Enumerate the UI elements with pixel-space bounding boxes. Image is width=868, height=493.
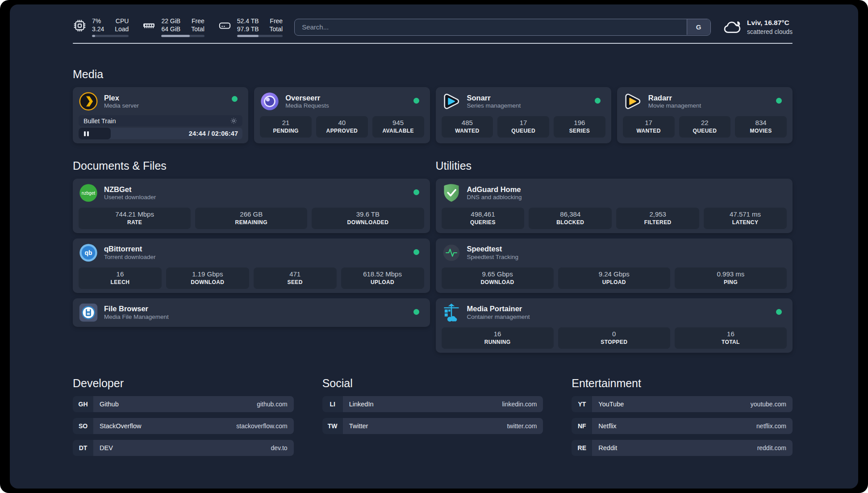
stat-value: 744.21 Mbps	[79, 210, 190, 219]
status-dot-online	[413, 189, 419, 195]
app-card-plex[interactable]: Plex Media server Bullet Train 24:44 / 0…	[73, 87, 248, 143]
link-name: StackOverflow	[100, 422, 141, 430]
link-abbr: NF	[572, 418, 592, 434]
stat-value: 40	[317, 119, 367, 127]
stat-box: 47.571 ms LATENCY	[704, 208, 787, 229]
stat-label: DOWNLOADED	[313, 219, 423, 226]
stat-value: 266 GB	[196, 210, 306, 219]
stat-box: 485 WANTED	[442, 116, 493, 138]
link-url: stackoverflow.com	[236, 422, 287, 430]
status-dot-online	[776, 309, 782, 315]
stat-box: 0.993 ms PING	[675, 267, 787, 289]
topbar-divider	[73, 43, 793, 44]
link-abbr: SO	[73, 418, 93, 434]
stat-value: 2,953	[617, 210, 698, 219]
stat-value: 498,461	[442, 210, 524, 219]
stat-value: 196	[555, 119, 605, 127]
stat-label: QUERIES	[442, 219, 524, 226]
section-title-utilities: Utilities	[436, 159, 793, 172]
app-card-adguard[interactable]: AdGuard Home DNS and adblocking 498,461 …	[436, 179, 793, 233]
stat-box: 196 SERIES	[554, 116, 605, 138]
stat-label: TOTAL	[676, 339, 786, 346]
app-name: Sonarr	[467, 93, 521, 103]
link-abbr: RE	[572, 440, 592, 456]
storage-free-value: 52.4 TB	[237, 17, 259, 25]
app-card-overseerr[interactable]: Overseerr Media Requests 21 PENDING 40 A…	[254, 87, 430, 143]
plex-player-progressbar[interactable]: 24:44 / 02:06:47	[79, 128, 242, 139]
stat-label: PENDING	[261, 128, 311, 134]
memory-free-value: 22 GiB	[161, 17, 180, 25]
gear-icon[interactable]	[230, 117, 238, 125]
app-subtitle: Container management	[467, 313, 530, 321]
adguard-logo-icon	[442, 183, 461, 203]
app-name: Plex	[104, 93, 139, 103]
storage-progress-fill	[237, 35, 259, 37]
app-card-nzbget[interactable]: nzbget NZBGet Usenet downloader 744.21 M…	[73, 179, 430, 233]
stat-value: 9.24 Gbps	[559, 270, 669, 279]
stat-label: QUEUED	[680, 128, 730, 134]
memory-progress-fill	[161, 35, 190, 37]
link-github[interactable]: GH Github github.com	[73, 396, 294, 412]
link-name: Github	[100, 401, 119, 408]
memory-progressbar	[161, 35, 204, 37]
stat-box: 945 AVAILABLE	[372, 116, 424, 138]
link-linkedin[interactable]: LI LinkedIn linkedin.com	[322, 396, 543, 412]
stat-box: 39.6 TB DOWNLOADED	[312, 208, 424, 229]
link-reddit[interactable]: RE Reddit reddit.com	[572, 440, 793, 456]
weather-condition: scattered clouds	[747, 28, 793, 36]
link-youtube[interactable]: YT YouTube youtube.com	[572, 396, 793, 412]
top-bar: 7% 3.24 CPU Load	[73, 17, 793, 37]
cpu-icon	[73, 19, 87, 33]
search-input[interactable]	[294, 19, 711, 36]
app-name: Radarr	[648, 93, 701, 103]
app-subtitle: Speedtest Tracking	[467, 254, 519, 261]
link-abbr: LI	[322, 396, 343, 412]
system-stats: 7% 3.24 CPU Load	[73, 17, 283, 37]
link-name: Twitter	[349, 422, 368, 430]
stat-box: 266 GB REMAINING	[195, 208, 307, 229]
storage-progressbar	[237, 35, 283, 37]
link-stackoverflow[interactable]: SO StackOverflow stackoverflow.com	[73, 418, 294, 434]
stat-label: QUEUED	[498, 128, 548, 134]
link-url: github.com	[257, 401, 287, 408]
app-subtitle: Movie management	[648, 102, 701, 110]
link-twitter[interactable]: TW Twitter twitter.com	[322, 418, 543, 434]
app-card-filebrowser[interactable]: File Browser Media File Management	[73, 298, 430, 327]
stat-value: 834	[736, 119, 786, 127]
search-provider-button[interactable]: G	[687, 19, 710, 35]
status-dot-online	[413, 249, 419, 255]
stat-box: 16 LEECH	[79, 267, 162, 289]
stat-value: 0.993 ms	[676, 270, 786, 279]
app-subtitle: Series management	[467, 102, 521, 110]
stat-value: 21	[261, 119, 311, 127]
memory-free-label: Free	[191, 17, 204, 25]
stat-value: 618.52 Mbps	[342, 270, 423, 279]
stat-box: 0 STOPPED	[558, 327, 670, 349]
app-card-speedtest[interactable]: Speedtest Speedtest Tracking 9.65 Gbps D…	[436, 238, 793, 293]
weather-widget: Lviv, 16.87°C scattered clouds	[722, 18, 793, 37]
app-subtitle: Usenet downloader	[104, 194, 156, 201]
link-abbr: DT	[73, 440, 93, 456]
app-subtitle: Media Requests	[285, 102, 329, 110]
app-card-portainer[interactable]: Media Portainer Container management 16 …	[436, 298, 793, 353]
stat-label: RUNNING	[442, 339, 553, 346]
app-name: AdGuard Home	[467, 185, 522, 194]
app-card-qbittorrent[interactable]: qb qBittorrent Torrent downloader 16 LEE…	[73, 238, 430, 293]
link-netflix[interactable]: NF Netflix netflix.com	[572, 418, 793, 434]
stat-value: 86,384	[530, 210, 611, 219]
stat-box: 744.21 Mbps RATE	[79, 208, 191, 229]
app-card-sonarr[interactable]: Sonarr Series management 485 WANTED 17 Q…	[436, 87, 611, 143]
cpu-progress-fill	[92, 35, 95, 37]
stat-label: SERIES	[555, 128, 605, 134]
pause-icon[interactable]	[83, 130, 90, 138]
link-url: youtube.com	[751, 401, 786, 408]
link-dev[interactable]: DT DEV dev.to	[73, 440, 294, 456]
status-dot-online	[413, 309, 419, 315]
status-dot-online	[413, 98, 419, 104]
stat-box: 834 MOVIES	[735, 116, 787, 138]
storage-total-label: Total	[270, 25, 283, 33]
nzbget-logo-icon: nzbget	[79, 183, 98, 203]
stat-value: 945	[373, 119, 423, 127]
app-card-radarr[interactable]: Radarr Movie management 17 WANTED 22 QUE…	[617, 87, 793, 143]
cpu-progressbar	[92, 35, 129, 37]
